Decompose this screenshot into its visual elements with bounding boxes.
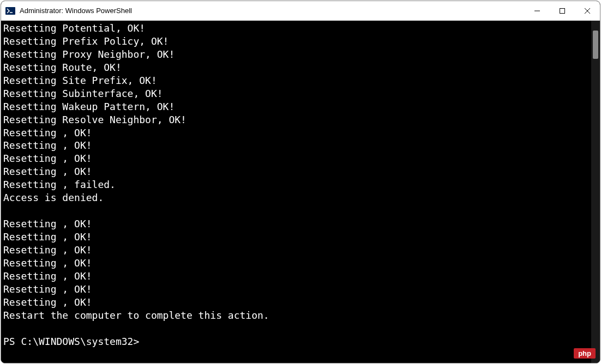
powershell-icon bbox=[5, 6, 15, 16]
svg-rect-3 bbox=[560, 8, 565, 13]
terminal-line: Resetting Proxy Neighbor, OK! bbox=[3, 48, 589, 61]
powershell-window: Administrator: Windows PowerShell Resett… bbox=[1, 1, 600, 363]
terminal-line: Restart the computer to complete this ac… bbox=[3, 309, 589, 322]
titlebar[interactable]: Administrator: Windows PowerShell bbox=[1, 1, 600, 21]
terminal-line: Resetting , OK! bbox=[3, 257, 589, 270]
maximize-button[interactable] bbox=[550, 1, 575, 20]
terminal-line: Resetting , OK! bbox=[3, 139, 589, 152]
window-title: Administrator: Windows PowerShell bbox=[20, 7, 525, 15]
terminal-line: Resetting , OK! bbox=[3, 230, 589, 244]
terminal-line: Resetting Subinterface, OK! bbox=[3, 87, 589, 100]
close-button[interactable] bbox=[575, 1, 600, 20]
terminal-output[interactable]: Resetting Potential, OK!Resetting Prefix… bbox=[1, 21, 591, 363]
terminal-line: PS C:\WINDOWS\system32> bbox=[3, 335, 589, 348]
terminal-area: Resetting Potential, OK!Resetting Prefix… bbox=[1, 21, 600, 363]
terminal-line: Resetting , failed. bbox=[3, 178, 589, 191]
scrollbar-thumb[interactable] bbox=[593, 31, 598, 59]
watermark-badge: php bbox=[574, 348, 596, 359]
terminal-line: Resetting Resolve Neighbor, OK! bbox=[3, 113, 589, 126]
minimize-button[interactable] bbox=[525, 1, 550, 20]
terminal-line: Resetting Wakeup Pattern, OK! bbox=[3, 100, 589, 113]
scrollbar-track[interactable] bbox=[591, 21, 600, 363]
terminal-line bbox=[3, 322, 589, 335]
terminal-line bbox=[3, 204, 589, 217]
terminal-line: Resetting , OK! bbox=[3, 126, 589, 139]
terminal-line: Resetting , OK! bbox=[3, 152, 589, 165]
terminal-line: Resetting , OK! bbox=[3, 270, 589, 283]
terminal-line: Resetting Potential, OK! bbox=[3, 22, 589, 35]
terminal-line: Resetting , OK! bbox=[3, 165, 589, 178]
terminal-line: Resetting , OK! bbox=[3, 244, 589, 257]
window-controls bbox=[525, 1, 600, 20]
terminal-line: Resetting , OK! bbox=[3, 283, 589, 296]
terminal-line: Access is denied. bbox=[3, 191, 589, 204]
terminal-line: Resetting , OK! bbox=[3, 296, 589, 309]
terminal-line: Resetting Route, OK! bbox=[3, 61, 589, 74]
terminal-line: Resetting , OK! bbox=[3, 217, 589, 230]
terminal-line: Resetting Site Prefix, OK! bbox=[3, 74, 589, 87]
svg-rect-0 bbox=[5, 7, 15, 15]
terminal-line: Resetting Prefix Policy, OK! bbox=[3, 35, 589, 48]
